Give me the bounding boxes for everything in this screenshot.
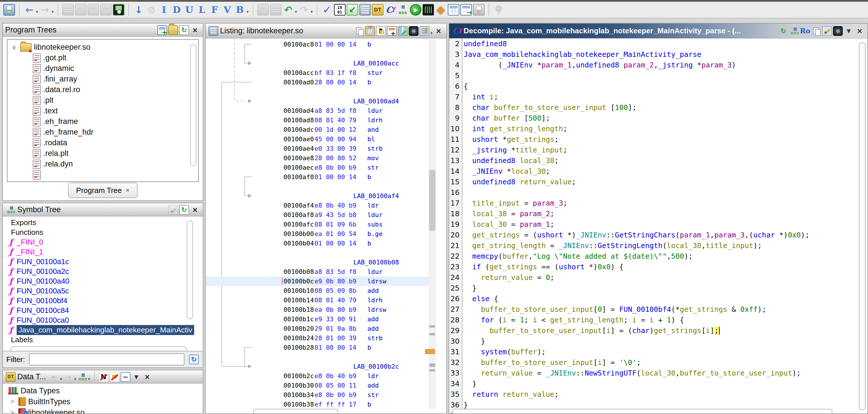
decompile-line[interactable]: (_JNIEnv *param_1,undefined8 param_2,_js… [464,60,856,70]
listing-hscrollbar[interactable] [253,409,338,413]
dropdown-caret[interactable]: ▾ [88,376,90,382]
bytes-field[interactable]: 45 00 00 94 [314,135,367,143]
type-token[interactable]: undefined8 [464,40,507,48]
letter-v-icon[interactable]: V [221,4,233,15]
decompile-line[interactable]: buffer_to_store_user_input[0] = FUN_0010… [464,304,856,315]
code-token[interactable] [464,316,481,324]
code-token[interactable]: = [520,199,533,207]
listing-row[interactable]: 00100b00ea 01 00 54b.ge [206,229,429,238]
mnemonic-field[interactable]: ldrsw [367,306,386,313]
decompile-line[interactable]: undefined8 return_value; [464,177,856,187]
code-token[interactable]: [ [602,326,606,335]
program-trees-header[interactable]: Program Trees ↻× [3,24,203,37]
address-field[interactable]: 00100b30 [283,382,314,389]
code-token[interactable]: *) [563,231,576,239]
constant-token[interactable]: 1 [667,316,671,324]
constant-token[interactable]: 100 [615,103,628,112]
listing-row[interactable]: 00100ad028 00 00 14b [206,77,429,87]
address-field[interactable]: 00100b38 [283,401,314,408]
code-token[interactable]: ; [494,93,498,101]
back-icon[interactable]: ← [50,372,59,382]
address-field[interactable]: 00100b34 [283,391,314,399]
decompiled-code[interactable]: undefined8Java_com_mobilehackinglab_note… [464,38,856,413]
bytes-field[interactable]: 08 01 40 79 [314,117,367,124]
new-tree-icon[interactable] [157,25,167,35]
address-field[interactable]: 00100ad8 [283,117,314,124]
expander-icon[interactable]: ∨ [10,44,18,51]
bytes-field[interactable]: 00 1d 00 12 [314,126,367,133]
memory-map-icon[interactable] [359,4,371,15]
tree-item[interactable]: .eh_frame [7,116,198,127]
address-field[interactable]: 00100b1c [283,316,314,323]
symbol-item[interactable]: ƒFUN_00100a5c [3,286,202,296]
code-token[interactable] [490,114,494,122]
tree-item[interactable]: .data.rel.ro [7,85,198,95]
code-token[interactable]: < [537,316,550,324]
register-view-icon[interactable] [493,4,505,15]
listing-row[interactable]: 00100b08a8 83 5d f8ldur [206,267,429,277]
namespace-token[interactable]: _JNIEnv [576,231,606,239]
mnemonic-field[interactable]: b [367,41,371,48]
tree-item[interactable]: .eh_frame_hdr [7,127,198,137]
tree-item[interactable]: ∨libnotekeeper.so [7,42,198,53]
function-token[interactable]: GetStringChars [615,231,676,239]
variable-token[interactable]: i [649,316,654,324]
bytes-field[interactable]: 28 00 00 14 [314,79,367,86]
highlighted-token[interactable]: ; [714,326,719,335]
undo-icon[interactable]: ↶ [283,4,294,15]
menu-caret-icon[interactable]: ▼ [844,26,854,36]
type-token[interactable]: char [472,114,490,122]
bytes-field[interactable]: ea 0b 80 b9 [314,306,367,313]
decompile-hscrollbar[interactable] [452,409,832,413]
mnemonic-field[interactable]: strb [367,145,382,152]
code-token[interactable] [464,252,472,260]
code-token[interactable] [464,167,472,176]
code-token[interactable]: , [654,61,658,69]
program-tree-tab[interactable]: Program Tree × [68,183,137,198]
code-token[interactable] [516,156,520,165]
code-token[interactable] [498,390,502,399]
tree-item[interactable]: .rela.dyn [7,159,198,169]
code-token[interactable]: = [546,242,559,250]
address-field[interactable]: 00100ad0 [283,79,314,86]
variable-token[interactable]: title_input [516,146,563,154]
decompile-line[interactable]: undefined8 [464,38,856,49]
code-token[interactable]: ( [507,348,511,356]
code-token[interactable]: :: [589,242,598,250]
code-token[interactable]: , [528,252,533,260]
parameter-token[interactable]: param_1 [680,231,710,239]
listing-label[interactable]: LAB_00100ad4 [353,98,399,105]
code-token[interactable]: ] = ( [611,326,632,335]
clear-code-icon[interactable]: ⊘ [146,4,157,15]
paste-icon[interactable] [365,26,375,36]
code-token[interactable]: (* [671,305,680,314]
code-token[interactable]: ( [676,231,680,239]
sync-icon[interactable] [77,372,87,382]
symbol-item[interactable]: ƒFUN_00100bf4 [3,296,202,306]
constant-token[interactable]: 0 [546,273,550,282]
mnemonic-field[interactable]: add [367,287,379,294]
mnemonic-field[interactable]: b [367,344,371,351]
bytes-field[interactable]: 08 05 00 11 [314,382,367,389]
code-token[interactable]: ; [546,167,550,176]
symbol-item[interactable]: ƒ_FINI_1 [3,247,202,257]
listing-row[interactable]: 00100b2ce8 0b 40 b9ldr [206,371,429,381]
datatype-item[interactable]: >BuiltInTypes [3,396,202,407]
code-token[interactable]: ); [753,242,762,250]
function-token[interactable]: system [481,348,507,356]
code-token[interactable]: ; [554,135,559,144]
code-token[interactable]: ]; [541,114,550,122]
mnemonic-field[interactable]: add [367,382,379,389]
variable-token[interactable]: get_strings [490,263,537,271]
decompile-line[interactable]: local_30 = param_1; [464,219,856,230]
string-token[interactable]: '\0' [619,358,637,367]
function-graph-icon[interactable]: ◆ [435,4,447,15]
address-field[interactable]: 00100b18 [283,306,314,313]
code-token[interactable]: ) [649,326,654,335]
symbol-item[interactable]: Functions [3,227,202,237]
code-token[interactable]: ( [498,252,502,260]
bytes-field[interactable]: e8 0b 00 b9 [314,391,367,399]
code-token[interactable] [464,348,481,356]
constant-token[interactable]: 0x0 [788,231,801,239]
code-token[interactable]: ); [537,348,546,356]
